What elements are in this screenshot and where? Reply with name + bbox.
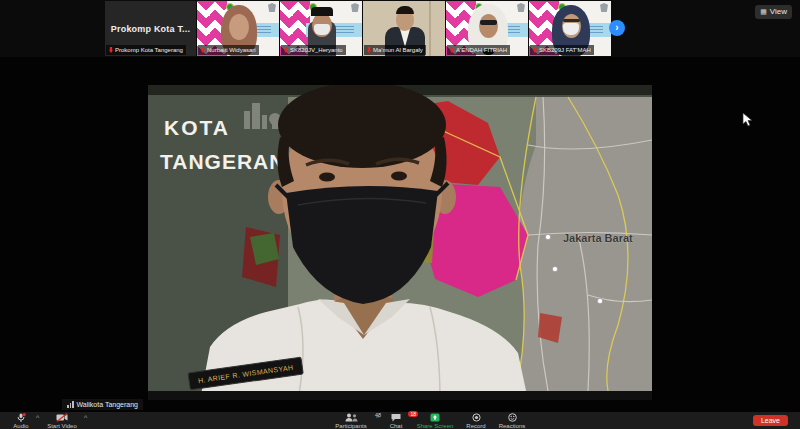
audio-level-icon: [67, 401, 74, 408]
participant-mask: [314, 24, 330, 35]
reactions-button[interactable]: Reactions: [494, 412, 530, 429]
muted-mic-icon: [367, 47, 371, 53]
muted-mic-icon: [284, 47, 288, 53]
participant-name-label: A'ENDAH FITRIAH: [447, 45, 510, 55]
chat-button[interactable]: 18 Chat: [384, 412, 408, 429]
active-speaker-video[interactable]: Jakarta Barat KOTA TANGERANG: [148, 85, 652, 400]
participant-hair: [396, 6, 414, 14]
participant-name-label: Ma'mun Al Bargaly: [364, 45, 426, 55]
participant-tile-heryanto[interactable]: SK820JV_Heryanto: [280, 1, 362, 56]
participant-face: [229, 14, 249, 40]
view-button[interactable]: ▦View: [755, 5, 792, 19]
record-button[interactable]: Record: [462, 412, 490, 429]
muted-mic-icon: [201, 47, 205, 53]
mouse-cursor: [742, 112, 753, 127]
participant-tile-fatmah[interactable]: SKB209J FAT'MAH: [529, 1, 611, 56]
share-screen-button[interactable]: Share Screen: [412, 412, 458, 429]
participant-display-name: Prokomp Kota T...: [111, 24, 190, 34]
participant-tile-endah[interactable]: A'ENDAH FITRIAH: [446, 1, 528, 56]
chat-icon: [391, 413, 401, 422]
participant-face: [479, 14, 498, 38]
map-title-line1: KOTA: [164, 116, 230, 139]
participant-name-label: SKB209J FAT'MAH: [530, 45, 594, 55]
participants-options-caret[interactable]: ^: [376, 414, 379, 421]
audio-button[interactable]: Audio: [8, 412, 34, 429]
participant-name-label: Prokomp Kota Tangerang: [106, 45, 186, 55]
room-doorframe: [429, 1, 431, 56]
muted-mic-icon: [450, 47, 454, 53]
participant-name-label: SK820JV_Heryanto: [281, 45, 346, 55]
participant-mask: [563, 23, 579, 35]
start-video-button[interactable]: Start Video: [44, 412, 80, 429]
shield-logo-icon: [351, 3, 359, 12]
participant-glasses: [563, 19, 580, 22]
shield-logo-icon: [517, 3, 525, 12]
map-jakarta-area: [516, 97, 652, 391]
participant-tile-nurbaiti[interactable]: Nurbaiti Widyasari: [197, 1, 279, 56]
participants-icon: [345, 413, 358, 422]
participant-cap: [311, 7, 333, 16]
map-region-label: Jakarta Barat: [563, 232, 633, 244]
record-icon: [472, 413, 481, 422]
video-options-caret[interactable]: ^: [84, 414, 87, 421]
gallery-strip: Prokomp Kota T... Prokomp Kota Tangerang…: [0, 0, 800, 57]
reactions-icon: [508, 413, 517, 422]
audio-options-caret[interactable]: ^: [36, 414, 39, 421]
muted-mic-icon: [109, 47, 113, 53]
camera-off-icon: [56, 413, 68, 422]
muted-mic-icon: [533, 47, 537, 53]
participants-button[interactable]: 48 Participants: [330, 412, 372, 429]
grid-view-icon: ▦: [760, 8, 767, 15]
meeting-toolbar: Audio ^ Start Video ^ 48 Participants ^: [0, 412, 800, 429]
participant-tile-prokomp[interactable]: Prokomp Kota T... Prokomp Kota Tangerang: [105, 1, 196, 56]
next-page-arrow-button[interactable]: ›: [609, 20, 625, 36]
shield-logo-icon: [268, 3, 276, 12]
share-screen-icon: [430, 413, 440, 422]
zoom-meeting-window: Prokomp Kota T... Prokomp Kota Tangerang…: [0, 0, 800, 429]
shield-logo-icon: [600, 3, 608, 12]
participant-name-label: Nurbaiti Widyasari: [198, 45, 259, 55]
leave-button[interactable]: Leave: [753, 415, 788, 426]
active-speaker-stage: Jakarta Barat KOTA TANGERANG: [0, 57, 800, 412]
participant-glasses: [480, 20, 497, 25]
microphone-icon: [16, 413, 26, 422]
active-speaker-name-label: Walikota Tangerang: [62, 399, 143, 410]
participant-tile-mamun[interactable]: Ma'mun Al Bargaly: [363, 1, 445, 56]
